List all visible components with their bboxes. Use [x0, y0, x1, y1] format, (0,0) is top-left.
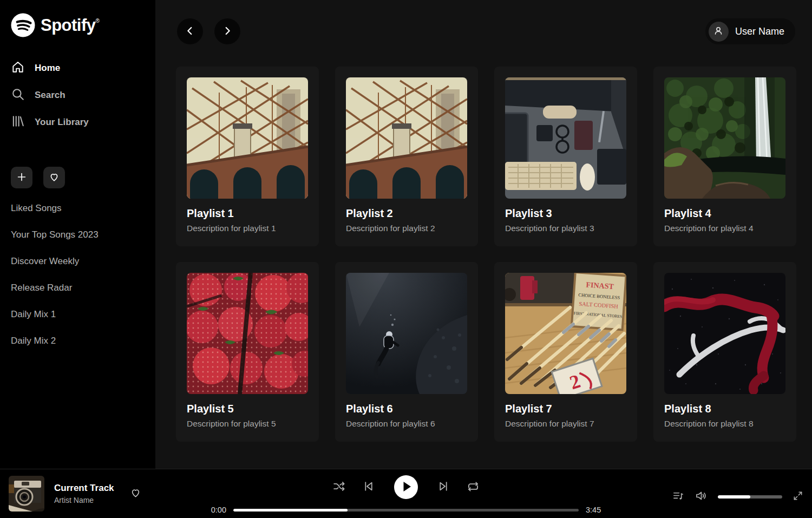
playlist-cover-image [346, 77, 467, 199]
next-button[interactable] [437, 480, 450, 495]
playlist-cover-image [187, 273, 308, 394]
create-playlist-button[interactable] [11, 167, 32, 188]
shuffle-button[interactable] [332, 480, 346, 495]
sidebar-item-label: Your Library [35, 117, 89, 128]
playlist-cover-image: FINAST CHOICE BONELESS SALT CODFISH FIRS… [505, 273, 626, 394]
playlist-card-2[interactable]: Playlist 2 Description for playlist 2 [335, 67, 478, 246]
sidebar-playlist-liked-songs[interactable]: Liked Songs [11, 195, 145, 221]
play-icon [394, 475, 418, 500]
main-content: User Name Playlist 1 Description for pla… [155, 0, 812, 469]
repeat-button[interactable] [466, 480, 480, 495]
topbar: User Name [176, 18, 795, 44]
player-center: 0:00 3:45 [206, 475, 606, 514]
playlist-title: Playlist 4 [664, 207, 785, 220]
history-nav [177, 18, 240, 44]
playlist-card-5[interactable]: Playlist 5 Description for playlist 5 [176, 262, 319, 442]
playlist-description: Description for playlist 6 [346, 419, 467, 429]
spotify-logo-icon [11, 13, 35, 37]
playlist-card-6[interactable]: Playlist 6 Description for playlist 6 [335, 262, 478, 442]
sidebar-playlists: Liked SongsYour Top Songs 2023Discover W… [11, 195, 145, 354]
playlist-title: Playlist 5 [187, 403, 308, 415]
search-icon [11, 87, 25, 104]
sidebar-item-home[interactable]: Home [11, 55, 145, 82]
playlist-description: Description for playlist 8 [664, 419, 785, 429]
playlist-card-3[interactable]: Playlist 3 Description for playlist 3 [494, 67, 637, 246]
playlist-title: Playlist 2 [346, 207, 467, 220]
user-menu-button[interactable]: User Name [705, 18, 795, 44]
library-icon [11, 114, 25, 131]
playlist-cover-image [664, 77, 785, 199]
forward-button[interactable] [214, 18, 240, 44]
playlist-description: Description for playlist 5 [187, 419, 308, 429]
queue-icon [672, 490, 684, 504]
home-icon [11, 60, 25, 77]
sidebar-playlist-discover-weekly[interactable]: Discover Weekly [11, 248, 145, 274]
play-button[interactable] [394, 475, 418, 499]
volume-icon [695, 489, 708, 504]
spotify-logo: Spotify® [11, 13, 145, 37]
playlist-cover-image [187, 77, 308, 199]
sidebar-item-label: Home [35, 63, 60, 74]
queue-button[interactable] [672, 490, 684, 504]
sidebar-item-search[interactable]: Search [11, 82, 145, 109]
repeat-icon [466, 480, 480, 495]
sidebar-playlist-daily-mix-1[interactable]: Daily Mix 1 [11, 301, 145, 327]
progress-bar[interactable] [233, 509, 579, 512]
playlist-title: Playlist 7 [505, 403, 626, 415]
elapsed-time: 0:00 [206, 506, 226, 514]
artist-name: Artist Name [54, 496, 114, 504]
playlist-description: Description for playlist 4 [664, 224, 785, 233]
volume-fill [718, 495, 750, 499]
user-icon [712, 25, 724, 38]
volume-button[interactable] [695, 489, 708, 504]
sidebar-playlist-daily-mix-2[interactable]: Daily Mix 2 [11, 327, 145, 354]
back-button[interactable] [177, 18, 203, 44]
avatar [709, 22, 729, 42]
album-art [9, 476, 44, 512]
playlist-card-1[interactable]: Playlist 1 Description for playlist 1 [176, 67, 319, 246]
volume-slider[interactable] [718, 495, 782, 499]
playlist-title: Playlist 1 [187, 207, 308, 220]
playback-controls [206, 475, 606, 499]
plus-icon [16, 171, 28, 185]
spotify-wordmark: Spotify® [41, 13, 100, 37]
sidebar-item-label: Search [35, 90, 66, 101]
duration-time: 3:45 [586, 506, 606, 514]
previous-button[interactable] [362, 480, 375, 495]
playlist-grid: Playlist 1 Description for playlist 1 Pl… [176, 67, 795, 442]
player-right [672, 489, 803, 504]
playlist-title: Playlist 3 [505, 207, 626, 220]
sidebar-playlist-release-radar[interactable]: Release Radar [11, 274, 145, 301]
player-bar: Current Track Artist Name [0, 469, 812, 518]
sidebar-nav: Home Search Your Library [11, 55, 145, 136]
playlist-description: Description for playlist 3 [505, 224, 626, 233]
heart-icon [48, 171, 60, 185]
heart-icon [129, 487, 142, 501]
expand-icon [793, 490, 803, 503]
sidebar-playlist-your-top-songs-2023[interactable]: Your Top Songs 2023 [11, 221, 145, 248]
track-info: Current Track Artist Name [54, 483, 114, 504]
shuffle-icon [332, 480, 346, 495]
playlist-cover-image [505, 77, 626, 199]
playlist-card-8[interactable]: Playlist 8 Description for playlist 8 [653, 262, 796, 442]
playlist-card-4[interactable]: Playlist 4 Description for playlist 4 [653, 67, 796, 246]
app-window: Spotify® Home Search [0, 0, 812, 469]
like-track-button[interactable] [129, 487, 142, 501]
fullscreen-button[interactable] [793, 490, 803, 503]
sidebar: Spotify® Home Search [0, 0, 155, 469]
playlist-cover-image [664, 273, 785, 394]
now-playing: Current Track Artist Name [9, 476, 142, 512]
sidebar-item-your-library[interactable]: Your Library [11, 109, 145, 136]
track-title: Current Track [54, 483, 114, 494]
next-icon [437, 480, 450, 495]
playlist-title: Playlist 8 [664, 403, 785, 415]
playlist-cover-image [346, 273, 467, 394]
liked-songs-button[interactable] [43, 167, 65, 188]
sidebar-actions [11, 167, 145, 188]
previous-icon [362, 480, 375, 495]
playlist-title: Playlist 6 [346, 403, 467, 415]
user-name-label: User Name [735, 26, 784, 37]
playlist-description: Description for playlist 7 [505, 419, 626, 429]
progress-fill [233, 509, 348, 512]
playlist-card-7[interactable]: FINAST CHOICE BONELESS SALT CODFISH FIRS… [494, 262, 637, 442]
